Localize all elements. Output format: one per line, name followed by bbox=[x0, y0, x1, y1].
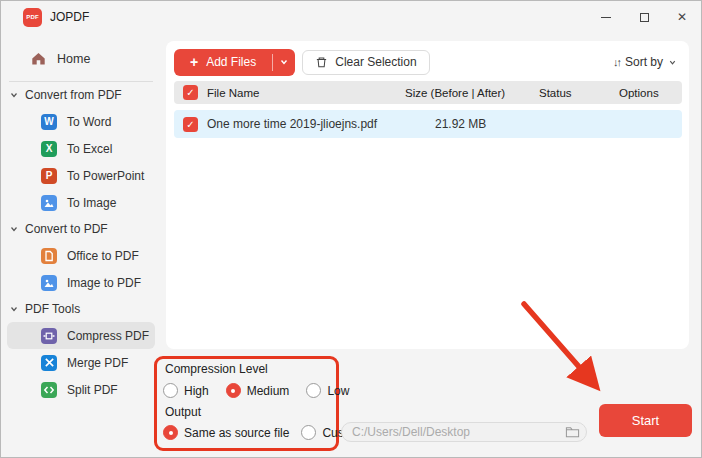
compress-icon bbox=[41, 328, 57, 344]
sidebar-item-home[interactable]: Home bbox=[1, 45, 161, 73]
sidebar-item-label: To Word bbox=[67, 115, 111, 129]
excel-icon: X bbox=[41, 141, 57, 157]
titlebar: PDF JOPDF ✕ bbox=[1, 1, 701, 33]
sort-by-button[interactable]: ↓↑ Sort by bbox=[613, 55, 681, 69]
close-button[interactable]: ✕ bbox=[663, 1, 701, 33]
output-path-input[interactable] bbox=[341, 422, 587, 442]
home-icon bbox=[30, 51, 47, 67]
sort-by-label: Sort by bbox=[625, 55, 663, 69]
file-name: One more time 2019-jlioejns.pdf bbox=[207, 117, 377, 131]
sidebar-item-compress-pdf[interactable]: Compress PDF bbox=[7, 322, 155, 349]
sidebar: Home Convert from PDF W To Word X To Exc… bbox=[1, 33, 161, 457]
maximize-button[interactable] bbox=[625, 1, 663, 33]
window-controls: ✕ bbox=[587, 1, 701, 33]
chevron-down-icon bbox=[668, 58, 677, 67]
sidebar-item-image-to-pdf[interactable]: Image to PDF bbox=[1, 269, 161, 296]
start-button[interactable]: Start bbox=[599, 404, 692, 437]
sidebar-item-label: Split PDF bbox=[67, 383, 118, 397]
column-size: Size (Before | After) bbox=[405, 87, 505, 99]
sidebar-item-label: Merge PDF bbox=[67, 356, 128, 370]
sort-arrows-icon: ↓↑ bbox=[613, 56, 620, 68]
split-icon bbox=[41, 382, 57, 398]
output-path-field bbox=[341, 422, 587, 442]
app-title: JOPDF bbox=[50, 10, 89, 24]
compression-level-options: High Medium Low bbox=[163, 383, 349, 398]
office-document-icon bbox=[41, 248, 57, 264]
add-files-split-button: + Add Files bbox=[174, 49, 295, 76]
toolbar: + Add Files Clear Selection ↓↑ Sort by bbox=[174, 48, 681, 76]
radio-label: Medium bbox=[247, 384, 290, 398]
sidebar-item-label: To PowerPoint bbox=[67, 169, 144, 183]
main-panel: + Add Files Clear Selection ↓↑ Sort by ✓… bbox=[166, 41, 689, 349]
sidebar-section-convert-to-pdf[interactable]: Convert to PDF bbox=[1, 216, 161, 242]
add-files-button[interactable]: + Add Files bbox=[174, 49, 272, 76]
output-label: Output bbox=[165, 405, 201, 419]
radio-medium[interactable]: Medium bbox=[226, 383, 290, 398]
image-icon bbox=[41, 195, 57, 211]
image-icon bbox=[41, 275, 57, 291]
add-files-dropdown-button[interactable] bbox=[273, 49, 295, 76]
sidebar-item-label: Home bbox=[57, 52, 90, 66]
radio-high[interactable]: High bbox=[163, 383, 209, 398]
chevron-down-icon bbox=[9, 90, 19, 100]
radio-low[interactable]: Low bbox=[306, 383, 349, 398]
sidebar-item-label: Office to PDF bbox=[67, 249, 139, 263]
sidebar-item-to-image[interactable]: To Image bbox=[1, 189, 161, 216]
sidebar-item-to-excel[interactable]: X To Excel bbox=[1, 135, 161, 162]
merge-icon bbox=[41, 355, 57, 371]
word-icon: W bbox=[41, 114, 57, 130]
table-row[interactable]: ✓ One more time 2019-jlioejns.pdf 21.92 … bbox=[174, 110, 682, 138]
chevron-down-icon bbox=[279, 57, 289, 67]
sidebar-item-split-pdf[interactable]: Split PDF bbox=[1, 376, 161, 403]
file-size: 21.92 MB bbox=[435, 117, 486, 131]
folder-icon bbox=[565, 425, 580, 439]
row-checkbox[interactable]: ✓ bbox=[183, 117, 198, 132]
sidebar-section-label: PDF Tools bbox=[25, 302, 80, 316]
clear-selection-label: Clear Selection bbox=[335, 55, 416, 69]
sidebar-item-label: Image to PDF bbox=[67, 276, 141, 290]
minimize-button[interactable] bbox=[587, 1, 625, 33]
column-file-name: File Name bbox=[207, 87, 259, 99]
sidebar-item-label: Compress PDF bbox=[67, 329, 149, 343]
sidebar-section-pdf-tools[interactable]: PDF Tools bbox=[1, 296, 161, 322]
compression-level-label: Compression Level bbox=[165, 362, 268, 376]
radio-label: Same as source file bbox=[184, 426, 289, 440]
radio-circle bbox=[306, 383, 321, 398]
maximize-icon bbox=[640, 13, 649, 22]
sidebar-section-label: Convert from PDF bbox=[25, 88, 122, 102]
radio-label: Low bbox=[327, 384, 349, 398]
sidebar-item-to-powerpoint[interactable]: P To PowerPoint bbox=[1, 162, 161, 189]
radio-circle bbox=[226, 383, 241, 398]
radio-same-as-source[interactable]: Same as source file bbox=[163, 425, 289, 440]
minimize-icon bbox=[601, 17, 611, 18]
select-all-checkbox[interactable]: ✓ bbox=[183, 85, 198, 100]
browse-folder-button[interactable] bbox=[565, 425, 580, 439]
radio-circle bbox=[301, 425, 316, 440]
sidebar-item-to-word[interactable]: W To Word bbox=[1, 108, 161, 135]
sidebar-section-convert-from-pdf[interactable]: Convert from PDF bbox=[1, 82, 161, 108]
radio-label: High bbox=[184, 384, 209, 398]
app-window: PDF JOPDF ✕ Home Convert from PDF W To W… bbox=[0, 0, 702, 458]
table-header: ✓ File Name Size (Before | After) Status… bbox=[174, 81, 682, 104]
column-status: Status bbox=[539, 87, 572, 99]
column-options: Options bbox=[619, 87, 659, 99]
sidebar-item-merge-pdf[interactable]: Merge PDF bbox=[1, 349, 161, 376]
trash-icon bbox=[315, 55, 328, 69]
chevron-down-icon bbox=[9, 304, 19, 314]
add-files-label: Add Files bbox=[206, 55, 256, 69]
chevron-down-icon bbox=[9, 224, 19, 234]
radio-circle bbox=[163, 425, 178, 440]
sidebar-item-label: To Image bbox=[67, 196, 116, 210]
app-identity: PDF JOPDF bbox=[1, 8, 89, 27]
sidebar-item-office-to-pdf[interactable]: Office to PDF bbox=[1, 242, 161, 269]
clear-selection-button[interactable]: Clear Selection bbox=[302, 50, 429, 75]
powerpoint-icon: P bbox=[41, 168, 57, 184]
output-options: Same as source file Custom bbox=[163, 425, 364, 440]
sidebar-section-label: Convert to PDF bbox=[25, 222, 108, 236]
sidebar-item-label: To Excel bbox=[67, 142, 112, 156]
app-logo-icon: PDF bbox=[23, 8, 42, 27]
plus-icon: + bbox=[190, 54, 198, 70]
radio-circle bbox=[163, 383, 178, 398]
